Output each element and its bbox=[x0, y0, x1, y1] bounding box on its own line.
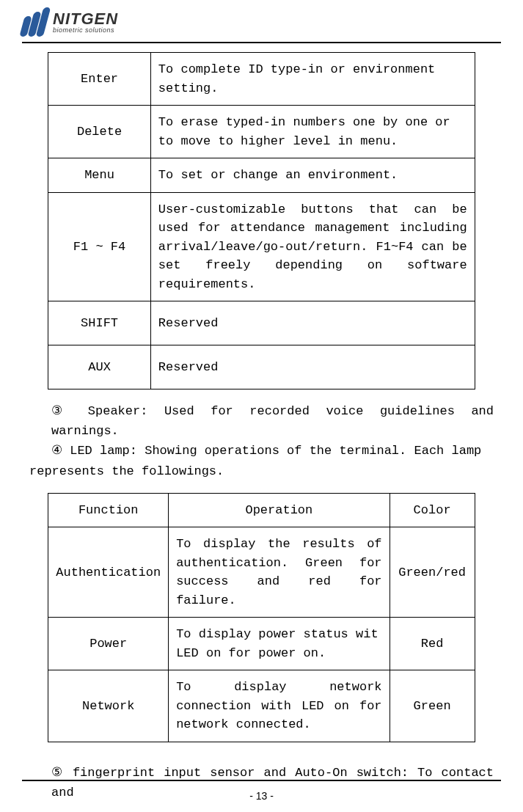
fn-color: Green bbox=[389, 670, 475, 742]
key-desc: To complete ID type-in or environment se… bbox=[150, 53, 475, 106]
key-definition-table: Enter To complete ID type-in or environm… bbox=[48, 52, 475, 389]
table-row: F1 ~ F4 User-customizable buttons that c… bbox=[48, 192, 475, 301]
fn-op: To display network connection with LED o… bbox=[169, 670, 389, 742]
logo-text: NITGEN biometric solutions bbox=[53, 11, 118, 34]
key-label: Enter bbox=[48, 53, 151, 106]
key-desc: User-customizable buttons that can be us… bbox=[150, 192, 475, 301]
fn-label: Authentication bbox=[48, 527, 169, 618]
paragraph-line: ③ Speaker: Used for recorded voice guide… bbox=[51, 401, 494, 441]
page-number: - 13 - bbox=[0, 790, 523, 802]
logo-bars-icon bbox=[22, 7, 47, 37]
key-desc: To set or change an environment. bbox=[150, 158, 475, 193]
key-desc: To erase typed-in numbers one by one or … bbox=[150, 106, 475, 158]
table-row: Menu To set or change an environment. bbox=[48, 158, 475, 193]
key-label: SHIFT bbox=[48, 301, 151, 345]
table-header-row: Function Operation Color bbox=[48, 493, 475, 527]
key-label: AUX bbox=[48, 345, 151, 389]
table-row: Network To display network connection wi… bbox=[48, 670, 475, 742]
paragraph-speaker-led: ③ Speaker: Used for recorded voice guide… bbox=[29, 401, 494, 481]
col-color-header: Color bbox=[389, 493, 475, 527]
doc-header: NITGEN biometric solutions bbox=[0, 0, 523, 40]
table-row: Enter To complete ID type-in or environm… bbox=[48, 53, 475, 106]
key-label: F1 ~ F4 bbox=[48, 192, 151, 301]
key-label: Delete bbox=[48, 106, 151, 158]
fn-label: Power bbox=[48, 618, 169, 670]
key-desc: Reserved bbox=[150, 301, 475, 345]
table-row: Delete To erase typed-in numbers one by … bbox=[48, 106, 475, 158]
led-function-table: Function Operation Color Authentication … bbox=[48, 493, 475, 742]
paragraph-line: ④ LED lamp: Showing operations of the te… bbox=[51, 441, 481, 461]
fn-op: To display power status wit LED on for p… bbox=[169, 618, 389, 670]
fn-op: To display the results of authentication… bbox=[169, 527, 389, 618]
footer-divider bbox=[22, 780, 501, 781]
table-row: Authentication To display the results of… bbox=[48, 527, 475, 618]
brand-name: NITGEN bbox=[53, 11, 118, 27]
brand-subtitle: biometric solutions bbox=[53, 27, 118, 34]
key-desc: Reserved bbox=[150, 345, 475, 389]
header-divider bbox=[22, 42, 501, 43]
table-row: AUX Reserved bbox=[48, 345, 475, 389]
table-row: SHIFT Reserved bbox=[48, 301, 475, 345]
fn-color: Red bbox=[389, 618, 475, 670]
page-content: Enter To complete ID type-in or environm… bbox=[0, 52, 523, 802]
fn-color: Green/red bbox=[389, 527, 475, 618]
table-row: Power To display power status wit LED on… bbox=[48, 618, 475, 670]
paragraph-line: represents the followings. bbox=[29, 464, 224, 478]
col-function-header: Function bbox=[48, 493, 169, 527]
key-label: Menu bbox=[48, 158, 151, 193]
fn-label: Network bbox=[48, 670, 169, 742]
col-operation-header: Operation bbox=[169, 493, 389, 527]
